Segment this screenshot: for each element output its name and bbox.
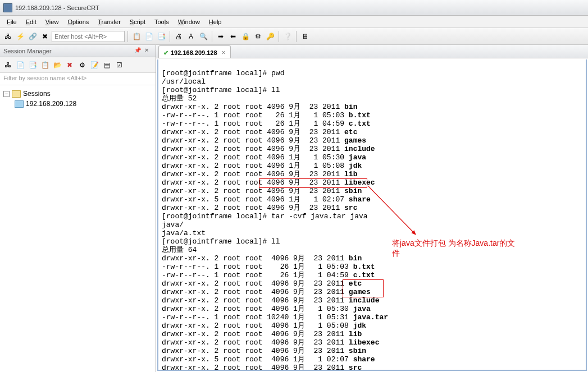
toolbar-screen-icon[interactable]: 🖥 (299, 31, 311, 42)
sess-btn-del[interactable]: ✖ (64, 59, 75, 71)
arrow-icon (367, 185, 418, 237)
collapse-icon[interactable]: − (3, 91, 10, 97)
menu-bar: File Edit View Options Transfer Script T… (0, 16, 588, 28)
menu-options[interactable]: Options (63, 17, 93, 26)
tab-close-icon[interactable]: × (222, 49, 226, 57)
toolbar-lock-icon[interactable]: 🔒 (240, 31, 251, 42)
sess-btn-3[interactable]: 📑 (27, 59, 38, 71)
highlight-output-files (343, 279, 384, 297)
tree-root[interactable]: − Sessions (3, 89, 152, 99)
tab-bar: ✔ 192.168.209.128 × (156, 45, 588, 58)
separator (296, 31, 297, 42)
sess-btn-8[interactable]: ▤ (101, 59, 112, 71)
session-toolbar: 🖧 📄 📑 📋 📂 ✖ ⚙ 📝 ▤ ☑ (0, 57, 156, 73)
app-icon (3, 3, 12, 12)
menu-window[interactable]: Window (174, 17, 204, 26)
session-icon (15, 100, 24, 108)
annotation-text: 将java文件打包 为名称Java.tar的文 件 (392, 238, 560, 258)
session-filter[interactable]: Filter by session name <Alt+I> (0, 73, 156, 85)
sess-btn-2[interactable]: 📄 (15, 59, 26, 71)
host-input[interactable] (52, 31, 125, 42)
tree-session-label: 192.168.209.128 (26, 100, 76, 108)
sess-btn-1[interactable]: 🖧 (2, 59, 13, 71)
title-bar: 192.168.209.128 - SecureCRT (0, 0, 588, 16)
tree-session-item[interactable]: 192.168.209.128 (3, 99, 152, 109)
close-icon[interactable]: ✕ (144, 47, 152, 55)
main-toolbar: 🖧 ⚡ 🔗 ✖ 📋 📄 📑 🖨 A 🔍 ➡ ⬅ 🔒 ⚙ 🔑 ❔ 🖥 (0, 28, 588, 45)
toolbar-copy-icon[interactable]: 📋 (131, 31, 142, 42)
toolbar-dup-icon[interactable]: 📑 (156, 31, 167, 42)
toolbar-link-icon[interactable]: 🔗 (27, 31, 38, 42)
folder-icon (12, 90, 21, 98)
window-title: 192.168.209.128 - SecureCRT (15, 4, 99, 11)
toolbar-print-icon[interactable]: 🖨 (173, 31, 184, 42)
toolbar-find-icon[interactable]: 🔍 (198, 31, 209, 42)
terminal-output: [root@jointframe local]# pwd /usr/local … (162, 69, 388, 371)
tree-root-label: Sessions (23, 90, 51, 98)
content-area: ✔ 192.168.209.128 × [root@jointframe loc… (156, 45, 588, 372)
session-manager-header: Session Manager 📌 ✕ (0, 45, 156, 57)
separator (127, 31, 128, 42)
toolbar-go-icon[interactable]: ➡ (215, 31, 226, 42)
menu-transfer[interactable]: Transfer (93, 17, 125, 26)
svg-line-0 (368, 186, 416, 235)
toolbar-key-icon[interactable]: 🔑 (265, 31, 276, 42)
session-manager-panel: Session Manager 📌 ✕ 🖧 📄 📑 📋 📂 ✖ ⚙ 📝 ▤ ☑ … (0, 45, 156, 372)
toolbar-settings-icon[interactable]: ⚙ (252, 31, 263, 42)
connected-icon: ✔ (163, 49, 168, 57)
toolbar-disconnect-icon[interactable]: ✖ (39, 31, 51, 42)
toolbar-paste-icon[interactable]: 📄 (143, 31, 154, 42)
menu-script[interactable]: Script (125, 17, 150, 26)
toolbar-help-icon[interactable]: ❔ (282, 31, 293, 42)
sess-btn-7[interactable]: 📝 (89, 59, 100, 71)
toolbar-connect-icon[interactable]: 🖧 (2, 31, 13, 42)
main-area: Session Manager 📌 ✕ 🖧 📄 📑 📋 📂 ✖ ⚙ 📝 ▤ ☑ … (0, 45, 588, 372)
menu-file[interactable]: File (2, 17, 21, 26)
menu-view[interactable]: View (41, 17, 63, 26)
menu-edit[interactable]: Edit (21, 17, 41, 26)
session-tree: − Sessions 192.168.209.128 (0, 85, 156, 372)
menu-help[interactable]: Help (204, 17, 226, 26)
sess-btn-4[interactable]: 📋 (39, 59, 51, 71)
toolbar-font-icon[interactable]: A (185, 31, 197, 42)
sess-btn-6[interactable]: ⚙ (76, 59, 88, 71)
separator (170, 31, 170, 42)
separator (212, 31, 212, 42)
sess-btn-9[interactable]: ☑ (113, 59, 125, 71)
menu-tools[interactable]: Tools (150, 17, 174, 26)
tab-label: 192.168.209.128 (171, 49, 217, 56)
pin-icon[interactable]: 📌 (134, 47, 142, 55)
sess-btn-5[interactable]: 📂 (52, 59, 63, 71)
highlight-tar-command (259, 178, 367, 188)
toolbar-back-icon[interactable]: ⬅ (227, 31, 239, 42)
tab-session[interactable]: ✔ 192.168.209.128 × (158, 45, 231, 58)
session-manager-title: Session Manager (3, 48, 52, 54)
terminal[interactable]: [root@jointframe local]# pwd /usr/local … (157, 59, 587, 371)
separator (279, 31, 279, 42)
toolbar-quick-icon[interactable]: ⚡ (15, 31, 26, 42)
